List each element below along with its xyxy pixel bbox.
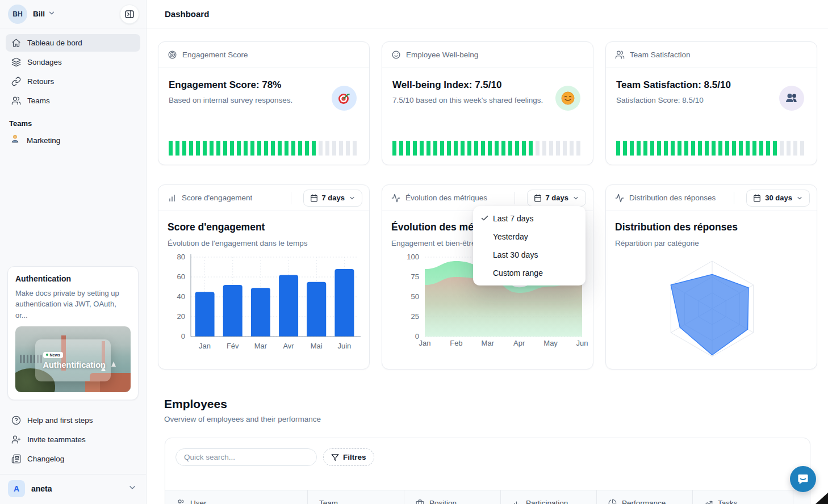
column-chart-icon — [512, 499, 521, 504]
sidebar-item-label: Invite teammates — [27, 435, 86, 444]
sidebar: BH Bill Tableau de bord Sondages Retours — [0, 0, 147, 504]
responses-radar-chart — [606, 211, 817, 369]
dropdown-item-last-30-days[interactable]: Last 30 days — [473, 246, 586, 264]
chart-subtitle: Évolution de l'engagement dans le temps — [168, 239, 359, 247]
employees-table-card: Filtres User Team Position — [165, 438, 810, 504]
smile-icon — [391, 50, 401, 60]
filters-button[interactable]: Filtres — [323, 448, 374, 466]
avatar[interactable]: BH — [8, 5, 27, 24]
card-header-label: Employee Well-being — [406, 51, 478, 59]
sidebar-item-help[interactable]: Help and first steps — [6, 411, 140, 429]
promo-image-overlay: News Authentification — [35, 339, 111, 381]
stat-headline: Team Satisfaction: 8.5/10 — [616, 79, 806, 91]
activity-icon — [391, 194, 400, 203]
column-header-user[interactable]: User — [165, 490, 307, 504]
sidebar-item-surveys[interactable]: Sondages — [6, 53, 140, 71]
svg-text:0: 0 — [181, 332, 185, 341]
panel-collapse-icon[interactable] — [120, 5, 139, 24]
card-header-label: Team Satisfaction — [630, 51, 691, 59]
svg-text:Apr: Apr — [513, 339, 525, 347]
engagement-bar-chart: 020406080JanFévMarAvrMaiJuin — [158, 249, 370, 362]
target-emoji — [332, 86, 357, 111]
mouse-cursor — [816, 492, 828, 504]
team-satisfaction-card: Team Satisfaction Team Satisfaction: 8.5… — [605, 41, 817, 165]
chat-widget-button[interactable] — [790, 466, 816, 492]
home-icon — [11, 38, 21, 48]
dropdown-item-last-7-days[interactable]: Last 7 days — [473, 209, 586, 228]
user-plus-icon — [11, 435, 21, 444]
date-range-dropdown: Last 7 days Yesterday Last 30 days Custo… — [473, 206, 586, 285]
sidebar-item-changelog[interactable]: Changelog — [6, 450, 140, 468]
svg-text:Mai: Mai — [311, 342, 323, 350]
card-header-label: Score d'engagement — [182, 194, 252, 202]
column-header-performance[interactable]: Performance — [596, 490, 692, 504]
column-header-participation[interactable]: Participation — [500, 490, 596, 504]
column-header-extra — [793, 490, 810, 504]
layers-icon — [11, 57, 21, 67]
search-input[interactable] — [175, 448, 317, 466]
svg-text:60: 60 — [177, 272, 185, 281]
dropdown-item-custom-range[interactable]: Custom range — [473, 264, 586, 282]
sidebar-item-dashboard[interactable]: Tableau de bord — [6, 34, 140, 52]
page-title: Dashboard — [165, 9, 209, 19]
stat-subtext: Satisfaction Score: 8.5/10 — [616, 96, 806, 104]
column-header-tasks[interactable]: Tasks — [692, 490, 793, 504]
changelog-icon — [11, 454, 21, 464]
sidebar-item-label: Help and first steps — [27, 416, 93, 425]
chevron-down-icon[interactable] — [48, 9, 56, 19]
sidebar-footer: Help and first steps Invite teammates Ch… — [0, 409, 146, 469]
date-range-button[interactable]: 7 days — [303, 190, 362, 207]
chat-bubble-icon — [796, 472, 810, 486]
technologist-emoji — [10, 135, 20, 146]
promo-image[interactable]: News Authentification — [15, 326, 131, 392]
svg-text:Mar: Mar — [254, 342, 267, 350]
column-header-position[interactable]: Position — [404, 490, 500, 504]
users-icon — [177, 499, 185, 504]
column-header-team[interactable]: Team — [307, 490, 404, 504]
responses-distribution-card: Distribution des réponses 30 days Distri… — [605, 184, 817, 369]
chevron-down-icon — [796, 195, 803, 201]
workspace-avatar: A — [8, 480, 25, 497]
trending-up-icon — [704, 499, 713, 504]
svg-text:Jan: Jan — [199, 342, 211, 350]
engagement-score-card: Engagement Score Engagement Score: 78% B… — [158, 41, 370, 165]
users-icon — [615, 50, 625, 60]
news-badge: News — [43, 352, 63, 358]
calendar-icon — [753, 194, 761, 202]
sidebar-item-invite[interactable]: Invite teammates — [6, 431, 140, 448]
stat-headline: Well-being Index: 7.5/10 — [392, 79, 583, 91]
engagement-chart-card: Score d'engagement 7 days Score d'engage… — [158, 184, 370, 369]
sidebar-item-teams[interactable]: Teams — [6, 92, 140, 110]
green-dot-icon — [46, 354, 48, 356]
building-graphic — [85, 381, 100, 392]
employees-header: Employees Overview of employees and thei… — [158, 397, 817, 423]
promo-body: Make docs private by setting up authenti… — [15, 288, 131, 321]
sidebar-item-label: Retours — [27, 77, 54, 86]
workspace-switcher[interactable]: A aneta — [0, 474, 146, 504]
funnel-icon — [331, 453, 339, 461]
table-header-row: User Team Position Participation — [165, 490, 810, 504]
date-range-button[interactable]: 30 days — [746, 190, 810, 207]
topbar: Dashboard — [147, 0, 828, 28]
svg-text:May: May — [543, 339, 558, 347]
sidebar-header: BH Bill — [0, 0, 146, 28]
svg-text:Jan: Jan — [419, 339, 431, 347]
promo-card-authentication[interactable]: Authentication Make docs private by sett… — [7, 266, 139, 401]
smiling-face-emoji — [555, 86, 580, 111]
app-root: BH Bill Tableau de bord Sondages Retours — [0, 0, 828, 504]
card-header-label: Évolution des métriques — [405, 194, 487, 202]
sidebar-item-feedback[interactable]: Retours — [6, 73, 140, 90]
user-name[interactable]: Bill — [33, 10, 45, 18]
chevron-down-icon — [128, 483, 137, 494]
section-title: Employees — [164, 397, 817, 411]
date-range-button[interactable]: 7 days — [527, 190, 586, 207]
sidebar-team-marketing[interactable]: Marketing — [0, 131, 146, 149]
sidebar-item-label: Teams — [27, 96, 50, 105]
stat-subtext: 7.5/10 based on this week's shared feeli… — [392, 96, 583, 104]
progress-bar — [616, 141, 806, 156]
sidebar-item-label: Tableau de bord — [27, 39, 82, 47]
wellbeing-card: Employee Well-being Well-being Index: 7.… — [382, 41, 593, 165]
progress-fill — [392, 141, 535, 156]
svg-text:Juin: Juin — [337, 342, 351, 350]
dropdown-item-yesterday[interactable]: Yesterday — [473, 228, 586, 246]
